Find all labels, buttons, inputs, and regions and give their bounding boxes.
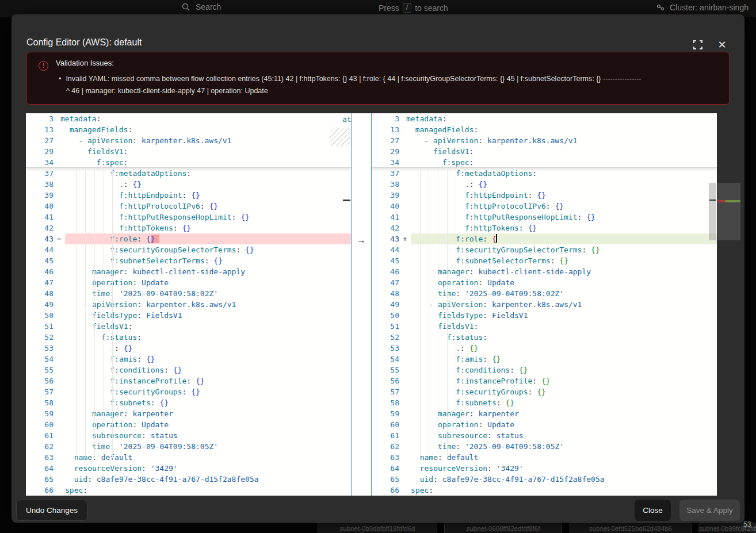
code-line: 46 manager: kubectl-client-side-apply <box>26 266 351 277</box>
scrollbar-cursor-mark <box>709 200 716 201</box>
dialog-title: Config Editor (AWS): default <box>26 37 142 48</box>
sticky-line: 3metadata: <box>26 113 351 124</box>
sticky-line: 3metadata: <box>372 113 717 124</box>
code-line: 46 manager: kubectl-client-side-apply <box>372 266 717 277</box>
diff-pane-modified[interactable]: 3metadata:13 managedFields:27 - apiVersi… <box>372 113 717 496</box>
code-line: 63 name: default <box>26 452 351 463</box>
code-line: 51 fieldsV1: <box>372 321 717 332</box>
code-line: 39 f:httpEndpoint: {} <box>26 190 351 201</box>
cluster-selector[interactable]: Cluster: anirban-singh <box>656 3 749 12</box>
overview-ruler[interactable] <box>717 113 744 496</box>
vertical-scrollbar[interactable] <box>709 183 716 240</box>
sticky-context-lines: 3metadata:13 managedFields:27 - apiVersi… <box>26 113 351 168</box>
sticky-line: 13 managedFields: <box>26 124 351 135</box>
code-line: 37 f:metadataOptions: <box>26 168 351 179</box>
indent-guide <box>104 170 104 458</box>
cluster-icon <box>656 3 665 12</box>
code-line: 57 f:securityGroups: {} <box>26 386 351 397</box>
revert-change-arrow[interactable]: → <box>351 235 372 246</box>
code-line: 42 f:httpTokens: {} <box>372 223 717 233</box>
overview-removed-mark <box>717 200 726 202</box>
subnet-chip: subnet-0efd525bd62d484b6 <box>570 523 692 533</box>
code-line: 47 operation: Update <box>372 277 717 288</box>
search-icon <box>182 3 190 11</box>
code-line: 51 fieldsV1: <box>26 321 351 332</box>
indent-guide <box>94 170 95 458</box>
code-line: 57 f:securityGroups: {} <box>372 386 717 397</box>
error-icon: ! <box>39 61 48 71</box>
code-line: 48 time: '2025-09-04T09:58:02Z' <box>372 288 717 299</box>
save-apply-button[interactable]: Save & Apply <box>679 500 740 521</box>
code-line: 66spec: <box>372 485 717 496</box>
code-line: 56 f:instanceProfile: {} <box>26 375 351 386</box>
code-line: 48 time: '2025-09-04T09:58:02Z' <box>26 288 351 299</box>
code-line: 60 operation: Update <box>26 419 351 430</box>
code-line: 45 f:subnetSelectorTerms: {} <box>26 255 351 266</box>
global-search-input[interactable]: Search <box>182 2 221 11</box>
code-line: 50 fieldsType: FieldsV1 <box>372 310 717 321</box>
code-line: 65 uid: c8afe97e-38cc-4f91-a767-d15f2a8f… <box>372 474 717 485</box>
yaml-diff-editor: 3metadata:13 managedFields:27 - apiVersi… <box>26 113 744 496</box>
indent-guide <box>456 170 456 458</box>
code-line: 61 subresource: status <box>26 430 351 441</box>
diff-pane-original[interactable]: 3metadata:13 managedFields:27 - apiVersi… <box>26 113 351 496</box>
code-line: 54 f:amis: {} <box>372 354 717 365</box>
close-icon[interactable]: ✕ <box>716 39 728 51</box>
code-line: 50 fieldsType: FieldsV1 <box>26 310 351 321</box>
code-line: 40 f:httpProtocolIPv6: {} <box>26 201 351 212</box>
clipped-text-fragment: at <box>342 115 351 124</box>
config-editor-dialog: Config Editor (AWS): default ✕ ! Validat… <box>12 14 744 523</box>
code-line: 49 - apiVersion: karpenter.k8s.aws/v1 <box>372 299 717 310</box>
overview-viewport-box <box>717 183 740 240</box>
code-line: 61 subresource: status <box>372 430 717 441</box>
code-line: 40 f:httpProtocolIPv6: {} <box>372 201 717 212</box>
code-line: 43− f:role: {} <box>26 233 351 244</box>
undo-changes-button[interactable]: Undo Changes <box>16 500 87 521</box>
code-line: 47 operation: Update <box>26 277 351 288</box>
slash-keycap: / <box>403 3 411 13</box>
validation-message-cont: ^ 46 | manager: kubectl-client-side-appl… <box>66 85 268 97</box>
code-line: 56 f:instanceProfile: {} <box>372 375 717 386</box>
code-line: 62 time: '2025-09-04T09:58:05Z' <box>372 441 717 452</box>
sticky-line: 13 managedFields: <box>372 124 717 135</box>
indent-guide <box>447 170 448 458</box>
indent-guide <box>85 170 86 458</box>
subnet-chip: subnet-0608ff82edfdf8f6f <box>444 523 562 533</box>
code-line: 58 f:subnets: {} <box>26 397 351 408</box>
sticky-context-lines: 3metadata:13 managedFields:27 - apiVersi… <box>372 113 717 168</box>
code-line: 58 f:subnets: {} <box>372 397 717 408</box>
validation-title: Validation Issues: <box>56 59 114 67</box>
code-line: 59 manager: karpenter <box>26 408 351 419</box>
code-line: 44 f:securityGroupSelectorTerms: {} <box>372 244 717 255</box>
subnet-chip: subnet-0b9dbfbff19fdfd6d <box>318 523 437 533</box>
count-fragment: 53 <box>743 520 751 528</box>
code-line: 53 .: {} <box>372 343 717 354</box>
code-line: 38 .: {} <box>26 179 351 190</box>
sticky-line: 29 fieldsV1: <box>372 146 717 157</box>
code-line: 45 f:subnetSelectorTerms: {} <box>372 255 717 266</box>
bullet-icon: • <box>59 75 61 83</box>
code-line: 37 f:metadataOptions: <box>372 168 717 179</box>
overview-added-mark <box>726 200 740 202</box>
sticky-line: 27 - apiVersion: karpenter.k8s.aws/v1 <box>26 135 351 146</box>
code-line: 42 f:httpTokens: {} <box>26 223 351 233</box>
code-line: 54 f:amis: {} <box>26 354 351 365</box>
diff-action-gutter <box>351 113 372 496</box>
code-line: 43+ f:role: { <box>372 233 717 244</box>
collapsed-region-hatch <box>330 128 350 146</box>
code-line: 38 .: {} <box>372 179 717 190</box>
indent-guide <box>429 170 429 458</box>
sticky-line: 34 f:spec: <box>372 157 717 168</box>
code-line: 39 f:httpEndpoint: {} <box>372 190 717 201</box>
code-line: 41 f:httpPutResponseHopLimit: {} <box>26 212 351 223</box>
validation-banner: ! Validation Issues: •Invalid YAML: miss… <box>26 52 730 105</box>
code-line: 66spec: <box>26 485 351 496</box>
code-line: 64 resourceVersion: '3429' <box>26 463 351 474</box>
code-line: 52 f:status: <box>372 332 717 343</box>
code-line: 44 f:securityGroupSelectorTerms: {} <box>26 244 351 255</box>
press-to-search-hint: Press / to search <box>379 3 448 13</box>
code-line: 60 operation: Update <box>372 419 717 430</box>
fullscreen-button[interactable] <box>693 39 705 51</box>
cluster-label: Cluster: anirban-singh <box>670 3 749 12</box>
close-button[interactable]: Close <box>635 500 671 521</box>
